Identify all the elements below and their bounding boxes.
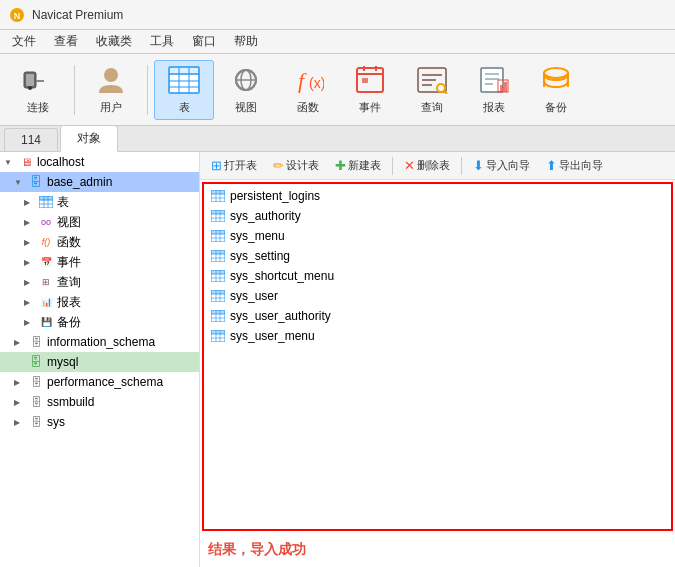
query-label: 查询	[421, 100, 443, 115]
toolbar-report[interactable]: 报表	[464, 60, 524, 120]
toolbar-connect[interactable]: 连接	[8, 60, 68, 120]
expand-arrow-perf: ▶	[14, 378, 28, 387]
toolbar-function[interactable]: f (x) 函数	[278, 60, 338, 120]
svg-point-29	[437, 84, 445, 92]
expand-arrow-info: ▶	[14, 338, 28, 347]
open-table-icon: ⊞	[211, 158, 222, 173]
toolbar-query[interactable]: 查询	[402, 60, 462, 120]
table-row-sys-user-menu[interactable]: sys_user_menu	[206, 326, 669, 346]
table-row-sys-shortcut-menu[interactable]: sys_shortcut_menu	[206, 266, 669, 286]
menu-tools[interactable]: 工具	[142, 31, 182, 52]
view-icon	[230, 64, 262, 96]
sidebar-item-report-group[interactable]: ▶ 📊 报表	[0, 292, 199, 312]
svg-rect-62	[211, 230, 225, 234]
new-table-label: 新建表	[348, 158, 381, 173]
connect-label: 连接	[27, 100, 49, 115]
sidebar-item-func-group[interactable]: ▶ f() 函数	[0, 232, 199, 252]
svg-rect-56	[211, 210, 225, 214]
sidebar-item-mysql[interactable]: 🗄 mysql	[0, 352, 199, 372]
report-label: 报表	[483, 100, 505, 115]
backup-group-label: 备份	[57, 314, 81, 331]
btn-export-wizard[interactable]: ⬆ 导出向导	[539, 155, 610, 176]
table-row-sys-authority[interactable]: sys_authority	[206, 206, 669, 226]
toolbar-sep-2	[147, 65, 148, 115]
toolbar-table[interactable]: 表	[154, 60, 214, 120]
svg-rect-74	[211, 270, 225, 274]
backup-group-icon: 💾	[38, 315, 54, 329]
btn-design-table[interactable]: ✏ 设计表	[266, 155, 326, 176]
table-row-sys-setting[interactable]: sys_setting	[206, 246, 669, 266]
function-icon: f (x)	[292, 64, 324, 96]
table-row-persistent-logins[interactable]: persistent_logins	[206, 186, 669, 206]
svg-line-30	[444, 91, 447, 94]
sidebar-item-backup-group[interactable]: ▶ 💾 备份	[0, 312, 199, 332]
menu-bar: 文件 查看 收藏类 工具 窗口 帮助	[0, 30, 675, 54]
expand-arrow: ▼	[4, 158, 18, 167]
event-icon	[354, 64, 386, 96]
sys-label: sys	[47, 415, 65, 429]
svg-rect-44	[39, 196, 53, 200]
sidebar-item-ssmbuild[interactable]: ▶ 🗄 ssmbuild	[0, 392, 199, 412]
table-row-icon	[210, 189, 226, 203]
table-name: sys_setting	[230, 249, 290, 263]
tab-object[interactable]: 对象	[60, 125, 118, 152]
table-group-icon	[38, 195, 54, 209]
table-group-label: 表	[57, 194, 69, 211]
sidebar-item-table-group[interactable]: ▶ 表	[0, 192, 199, 212]
table-row-icon	[210, 269, 226, 283]
function-label: 函数	[297, 100, 319, 115]
expand-arrow-func: ▶	[24, 238, 38, 247]
menu-window[interactable]: 窗口	[184, 31, 224, 52]
info-schema-label: information_schema	[47, 335, 155, 349]
sidebar-item-event-group[interactable]: ▶ 📅 事件	[0, 252, 199, 272]
open-table-label: 打开表	[224, 158, 257, 173]
export-icon: ⬆	[546, 158, 557, 173]
perf-schema-label: performance_schema	[47, 375, 163, 389]
table-row-icon	[210, 229, 226, 243]
btn-import-wizard[interactable]: ⬇ 导入向导	[466, 155, 537, 176]
report-icon	[478, 64, 510, 96]
db-mysql-icon: 🗄	[28, 355, 44, 369]
sidebar-item-view-group[interactable]: ▶ oo 视图	[0, 212, 199, 232]
import-icon: ⬇	[473, 158, 484, 173]
sidebar-item-perf-schema[interactable]: ▶ 🗄 performance_schema	[0, 372, 199, 392]
btn-open-table[interactable]: ⊞ 打开表	[204, 155, 264, 176]
sidebar-item-sys[interactable]: ▶ 🗄 sys	[0, 412, 199, 432]
design-table-icon: ✏	[273, 158, 284, 173]
table-row-sys-menu[interactable]: sys_menu	[206, 226, 669, 246]
toolbar-view[interactable]: 视图	[216, 60, 276, 120]
menu-help[interactable]: 帮助	[226, 31, 266, 52]
delete-table-icon: ✕	[404, 158, 415, 173]
result-area: 结果，导入成功	[200, 533, 675, 567]
design-table-label: 设计表	[286, 158, 319, 173]
ssmbuild-label: ssmbuild	[47, 395, 94, 409]
menu-file[interactable]: 文件	[4, 31, 44, 52]
query-group-label: 查询	[57, 274, 81, 291]
svg-rect-20	[357, 68, 383, 92]
btn-delete-table[interactable]: ✕ 删除表	[397, 155, 457, 176]
tab-114[interactable]: 114	[4, 128, 58, 151]
toolbar-event[interactable]: 事件	[340, 60, 400, 120]
toolbar-backup[interactable]: 备份	[526, 60, 586, 120]
table-name: sys_user_menu	[230, 329, 315, 343]
btn-new-table[interactable]: ✚ 新建表	[328, 155, 388, 176]
svg-rect-37	[504, 82, 507, 92]
table-name: sys_user_authority	[230, 309, 331, 323]
menu-favorites[interactable]: 收藏类	[88, 31, 140, 52]
table-row-sys-user[interactable]: sys_user	[206, 286, 669, 306]
toolbar-user[interactable]: 用户	[81, 60, 141, 120]
menu-view[interactable]: 查看	[46, 31, 86, 52]
sidebar-item-localhost[interactable]: ▼ 🖥 localhost	[0, 152, 199, 172]
title-bar: N Navicat Premium	[0, 0, 675, 30]
new-table-icon: ✚	[335, 158, 346, 173]
table-row-sys-user-authority[interactable]: sys_user_authority	[206, 306, 669, 326]
table-name: sys_user	[230, 289, 278, 303]
expand-arrow-sys: ▶	[14, 418, 28, 427]
svg-point-38	[544, 68, 568, 78]
query-group-icon: ⊞	[38, 275, 54, 289]
view-group-label: 视图	[57, 214, 81, 231]
sidebar-item-info-schema[interactable]: ▶ 🗄 information_schema	[0, 332, 199, 352]
sidebar-item-query-group[interactable]: ▶ ⊞ 查询	[0, 272, 199, 292]
sidebar-item-base-admin[interactable]: ▼ 🗄 base_admin	[0, 172, 199, 192]
report-group-label: 报表	[57, 294, 81, 311]
